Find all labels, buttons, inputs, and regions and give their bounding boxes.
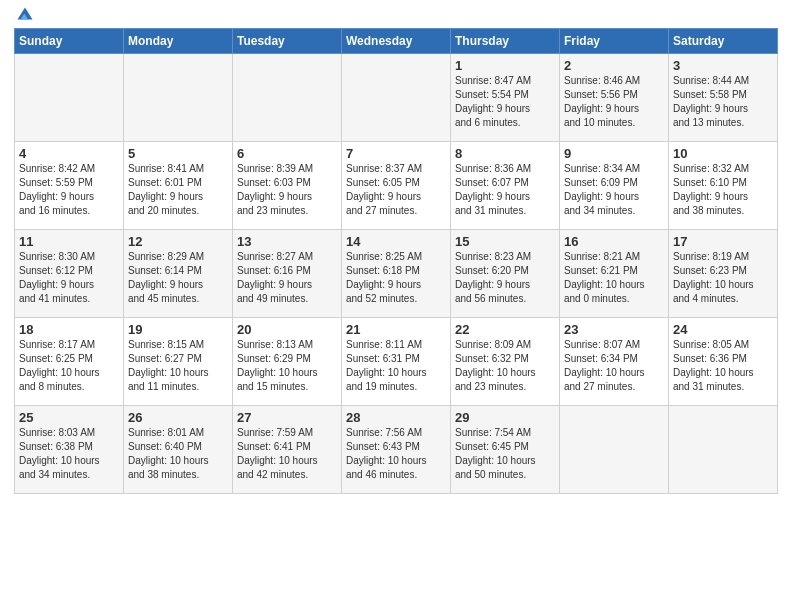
calendar-header-row: SundayMondayTuesdayWednesdayThursdayFrid… xyxy=(15,29,778,54)
day-info: Sunrise: 8:39 AM Sunset: 6:03 PM Dayligh… xyxy=(237,163,313,216)
day-number: 14 xyxy=(346,234,446,249)
day-info: Sunrise: 8:03 AM Sunset: 6:38 PM Dayligh… xyxy=(19,427,100,480)
day-number: 28 xyxy=(346,410,446,425)
column-header-wednesday: Wednesday xyxy=(342,29,451,54)
day-number: 13 xyxy=(237,234,337,249)
day-cell: 18Sunrise: 8:17 AM Sunset: 6:25 PM Dayli… xyxy=(15,318,124,406)
day-info: Sunrise: 7:59 AM Sunset: 6:41 PM Dayligh… xyxy=(237,427,318,480)
day-number: 19 xyxy=(128,322,228,337)
day-info: Sunrise: 8:27 AM Sunset: 6:16 PM Dayligh… xyxy=(237,251,313,304)
day-info: Sunrise: 8:05 AM Sunset: 6:36 PM Dayligh… xyxy=(673,339,754,392)
day-number: 18 xyxy=(19,322,119,337)
day-number: 21 xyxy=(346,322,446,337)
day-cell: 25Sunrise: 8:03 AM Sunset: 6:38 PM Dayli… xyxy=(15,406,124,494)
day-cell: 20Sunrise: 8:13 AM Sunset: 6:29 PM Dayli… xyxy=(233,318,342,406)
day-cell: 14Sunrise: 8:25 AM Sunset: 6:18 PM Dayli… xyxy=(342,230,451,318)
day-info: Sunrise: 8:19 AM Sunset: 6:23 PM Dayligh… xyxy=(673,251,754,304)
column-header-sunday: Sunday xyxy=(15,29,124,54)
day-cell: 29Sunrise: 7:54 AM Sunset: 6:45 PM Dayli… xyxy=(451,406,560,494)
day-number: 7 xyxy=(346,146,446,161)
day-info: Sunrise: 7:54 AM Sunset: 6:45 PM Dayligh… xyxy=(455,427,536,480)
day-number: 23 xyxy=(564,322,664,337)
day-number: 17 xyxy=(673,234,773,249)
day-number: 27 xyxy=(237,410,337,425)
day-cell: 21Sunrise: 8:11 AM Sunset: 6:31 PM Dayli… xyxy=(342,318,451,406)
week-row-4: 18Sunrise: 8:17 AM Sunset: 6:25 PM Dayli… xyxy=(15,318,778,406)
day-info: Sunrise: 8:15 AM Sunset: 6:27 PM Dayligh… xyxy=(128,339,209,392)
day-cell: 1Sunrise: 8:47 AM Sunset: 5:54 PM Daylig… xyxy=(451,54,560,142)
day-info: Sunrise: 8:36 AM Sunset: 6:07 PM Dayligh… xyxy=(455,163,531,216)
day-cell: 19Sunrise: 8:15 AM Sunset: 6:27 PM Dayli… xyxy=(124,318,233,406)
day-cell: 8Sunrise: 8:36 AM Sunset: 6:07 PM Daylig… xyxy=(451,142,560,230)
day-cell: 28Sunrise: 7:56 AM Sunset: 6:43 PM Dayli… xyxy=(342,406,451,494)
day-number: 25 xyxy=(19,410,119,425)
day-cell: 6Sunrise: 8:39 AM Sunset: 6:03 PM Daylig… xyxy=(233,142,342,230)
week-row-1: 1Sunrise: 8:47 AM Sunset: 5:54 PM Daylig… xyxy=(15,54,778,142)
day-number: 29 xyxy=(455,410,555,425)
week-row-5: 25Sunrise: 8:03 AM Sunset: 6:38 PM Dayli… xyxy=(15,406,778,494)
day-cell xyxy=(15,54,124,142)
day-cell xyxy=(669,406,778,494)
day-cell: 3Sunrise: 8:44 AM Sunset: 5:58 PM Daylig… xyxy=(669,54,778,142)
day-info: Sunrise: 8:25 AM Sunset: 6:18 PM Dayligh… xyxy=(346,251,422,304)
day-info: Sunrise: 8:17 AM Sunset: 6:25 PM Dayligh… xyxy=(19,339,100,392)
day-info: Sunrise: 7:56 AM Sunset: 6:43 PM Dayligh… xyxy=(346,427,427,480)
day-cell: 4Sunrise: 8:42 AM Sunset: 5:59 PM Daylig… xyxy=(15,142,124,230)
day-cell: 12Sunrise: 8:29 AM Sunset: 6:14 PM Dayli… xyxy=(124,230,233,318)
day-info: Sunrise: 8:29 AM Sunset: 6:14 PM Dayligh… xyxy=(128,251,204,304)
day-number: 11 xyxy=(19,234,119,249)
day-cell: 7Sunrise: 8:37 AM Sunset: 6:05 PM Daylig… xyxy=(342,142,451,230)
day-info: Sunrise: 8:07 AM Sunset: 6:34 PM Dayligh… xyxy=(564,339,645,392)
day-number: 12 xyxy=(128,234,228,249)
day-info: Sunrise: 8:21 AM Sunset: 6:21 PM Dayligh… xyxy=(564,251,645,304)
day-number: 16 xyxy=(564,234,664,249)
day-cell: 16Sunrise: 8:21 AM Sunset: 6:21 PM Dayli… xyxy=(560,230,669,318)
column-header-tuesday: Tuesday xyxy=(233,29,342,54)
day-cell: 27Sunrise: 7:59 AM Sunset: 6:41 PM Dayli… xyxy=(233,406,342,494)
day-cell: 5Sunrise: 8:41 AM Sunset: 6:01 PM Daylig… xyxy=(124,142,233,230)
week-row-3: 11Sunrise: 8:30 AM Sunset: 6:12 PM Dayli… xyxy=(15,230,778,318)
day-number: 8 xyxy=(455,146,555,161)
column-header-monday: Monday xyxy=(124,29,233,54)
day-number: 4 xyxy=(19,146,119,161)
day-number: 26 xyxy=(128,410,228,425)
day-info: Sunrise: 8:41 AM Sunset: 6:01 PM Dayligh… xyxy=(128,163,204,216)
day-number: 2 xyxy=(564,58,664,73)
day-number: 20 xyxy=(237,322,337,337)
day-number: 9 xyxy=(564,146,664,161)
day-info: Sunrise: 8:42 AM Sunset: 5:59 PM Dayligh… xyxy=(19,163,95,216)
day-number: 1 xyxy=(455,58,555,73)
day-cell: 10Sunrise: 8:32 AM Sunset: 6:10 PM Dayli… xyxy=(669,142,778,230)
day-number: 22 xyxy=(455,322,555,337)
day-info: Sunrise: 8:11 AM Sunset: 6:31 PM Dayligh… xyxy=(346,339,427,392)
day-cell: 9Sunrise: 8:34 AM Sunset: 6:09 PM Daylig… xyxy=(560,142,669,230)
day-info: Sunrise: 8:09 AM Sunset: 6:32 PM Dayligh… xyxy=(455,339,536,392)
day-info: Sunrise: 8:01 AM Sunset: 6:40 PM Dayligh… xyxy=(128,427,209,480)
day-cell xyxy=(233,54,342,142)
day-cell: 23Sunrise: 8:07 AM Sunset: 6:34 PM Dayli… xyxy=(560,318,669,406)
day-cell: 15Sunrise: 8:23 AM Sunset: 6:20 PM Dayli… xyxy=(451,230,560,318)
logo xyxy=(14,14,34,24)
day-cell xyxy=(124,54,233,142)
day-info: Sunrise: 8:47 AM Sunset: 5:54 PM Dayligh… xyxy=(455,75,531,128)
column-header-thursday: Thursday xyxy=(451,29,560,54)
page-container: SundayMondayTuesdayWednesdayThursdayFrid… xyxy=(0,0,792,504)
day-number: 10 xyxy=(673,146,773,161)
day-cell: 13Sunrise: 8:27 AM Sunset: 6:16 PM Dayli… xyxy=(233,230,342,318)
day-number: 6 xyxy=(237,146,337,161)
day-info: Sunrise: 8:34 AM Sunset: 6:09 PM Dayligh… xyxy=(564,163,640,216)
day-cell: 26Sunrise: 8:01 AM Sunset: 6:40 PM Dayli… xyxy=(124,406,233,494)
day-info: Sunrise: 8:37 AM Sunset: 6:05 PM Dayligh… xyxy=(346,163,422,216)
day-number: 3 xyxy=(673,58,773,73)
header xyxy=(14,10,778,24)
day-info: Sunrise: 8:32 AM Sunset: 6:10 PM Dayligh… xyxy=(673,163,749,216)
day-cell: 22Sunrise: 8:09 AM Sunset: 6:32 PM Dayli… xyxy=(451,318,560,406)
day-cell xyxy=(342,54,451,142)
day-info: Sunrise: 8:46 AM Sunset: 5:56 PM Dayligh… xyxy=(564,75,640,128)
day-number: 24 xyxy=(673,322,773,337)
day-info: Sunrise: 8:30 AM Sunset: 6:12 PM Dayligh… xyxy=(19,251,95,304)
day-cell xyxy=(560,406,669,494)
day-cell: 17Sunrise: 8:19 AM Sunset: 6:23 PM Dayli… xyxy=(669,230,778,318)
logo-icon xyxy=(16,6,34,24)
day-info: Sunrise: 8:13 AM Sunset: 6:29 PM Dayligh… xyxy=(237,339,318,392)
